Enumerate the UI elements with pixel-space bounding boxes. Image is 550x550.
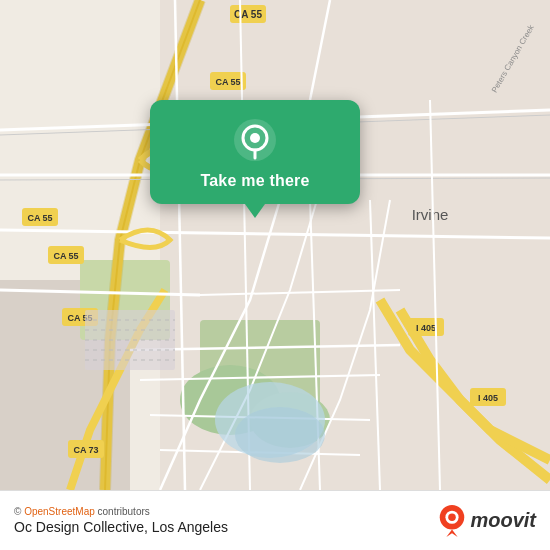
moovit-logo: moovit — [438, 505, 536, 537]
svg-text:I 405: I 405 — [478, 393, 498, 403]
svg-text:CA 55: CA 55 — [215, 77, 240, 87]
moovit-brand-text: moovit — [470, 509, 536, 532]
location-title: Oc Design Collective, Los Angeles — [14, 519, 228, 535]
svg-text:CA 55: CA 55 — [27, 213, 52, 223]
popup-label: Take me there — [200, 172, 309, 190]
svg-rect-42 — [85, 310, 175, 370]
attribution: © OpenStreetMap contributors — [14, 506, 228, 517]
bottom-bar: © OpenStreetMap contributors Oc Design C… — [0, 490, 550, 550]
svg-text:CA 55: CA 55 — [53, 251, 78, 261]
svg-point-52 — [250, 133, 260, 143]
location-pin-icon — [233, 118, 277, 162]
svg-text:CA 73: CA 73 — [73, 445, 98, 455]
svg-text:CA 55: CA 55 — [234, 9, 262, 20]
bottom-left: © OpenStreetMap contributors Oc Design C… — [14, 506, 228, 535]
svg-text:Irvine: Irvine — [412, 206, 449, 223]
svg-text:I 405: I 405 — [416, 323, 436, 333]
location-popup[interactable]: Take me there — [150, 100, 360, 204]
svg-point-56 — [449, 513, 457, 521]
svg-point-49 — [235, 407, 325, 463]
moovit-pin-icon — [438, 505, 466, 537]
map-background: CA 55 CA 55 CA 55 CA 55 CA 55 I 405 I 40… — [0, 0, 550, 490]
map-container: CA 55 CA 55 CA 55 CA 55 CA 55 I 405 I 40… — [0, 0, 550, 490]
